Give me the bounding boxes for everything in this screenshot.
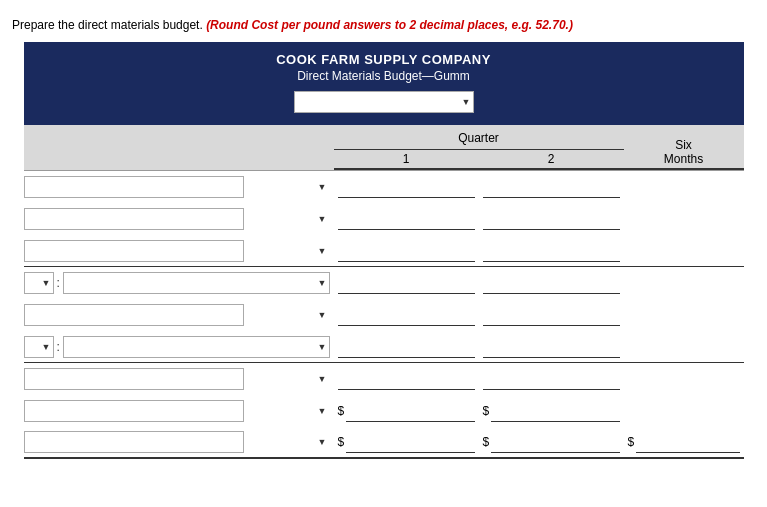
row9-q1-input[interactable] [346,431,474,453]
row8-q1-dollar: $ [338,404,345,418]
row6-select2-wrapper[interactable]: ▼ [63,336,330,358]
row4-select2-wrapper[interactable]: ▼ [63,272,330,294]
row3-select[interactable] [24,240,244,262]
row6-q2-input[interactable] [483,336,620,358]
row9-q1-cell: $ [334,431,479,453]
row3-arrow: ▼ [318,246,327,256]
row7-arrow: ▼ [318,374,327,384]
table-row: ▼ [24,235,744,267]
row2-select[interactable] [24,208,244,230]
row6-select1[interactable] [24,336,54,358]
columns-header: Quarter 1 2 Six Months [24,125,744,171]
row7-q2-cell [479,368,624,390]
table-row: ▼ [24,171,744,203]
row5-select[interactable] [24,304,244,326]
row1-q1-cell [334,176,479,198]
row4-q1-input[interactable] [338,272,475,294]
row8-cells: $ $ [334,400,624,422]
row4-cells [334,272,624,294]
quarter-label: Quarter [458,131,499,145]
row1-arrow: ▼ [318,182,327,192]
table-row: ▼ $ $ $ [24,427,744,459]
row6-q2-cell [479,336,624,358]
instruction-text: Prepare the direct materials budget. (Ro… [0,10,767,42]
row7-q1-input[interactable] [338,368,475,390]
row8-q1-cell: $ [334,400,479,422]
row7-q1-cell [334,368,479,390]
row9-q2-cell: $ [479,431,624,453]
data-rows: ▼ ▼ [24,171,744,459]
col-six-months-header: Six Months [624,125,744,170]
row9-select-wrapper[interactable]: ▼ [24,431,330,453]
row1-cells [334,176,624,198]
row4-select1-wrapper[interactable]: ▼ [24,272,54,294]
table-row: ▼ : ▼ [24,267,744,299]
row5-q2-input[interactable] [483,304,620,326]
row9-select[interactable] [24,431,244,453]
row8-q1-input[interactable] [346,400,474,422]
row5-cells [334,304,624,326]
row9-six-months-input[interactable] [636,431,739,453]
row6-select2[interactable] [63,336,330,358]
row6-select1-wrapper[interactable]: ▼ [24,336,54,358]
row8-select[interactable] [24,400,244,422]
row3-select-wrapper[interactable]: ▼ [24,240,330,262]
table-row: ▼ [24,299,744,331]
row6-q1-input[interactable] [338,336,475,358]
row9-left: ▼ [24,431,334,453]
row8-select-wrapper[interactable]: ▼ [24,400,330,422]
row8-q2-dollar: $ [483,404,490,418]
row7-select[interactable] [24,368,244,390]
row5-q1-cell [334,304,479,326]
row2-arrow: ▼ [318,214,327,224]
col-quarter-group: Quarter 1 2 [334,125,624,170]
row4-q1-cell [334,272,479,294]
row4-q2-input[interactable] [483,272,620,294]
row9-six-months-cell: $ [624,431,744,453]
table-row: ▼ [24,363,744,395]
row2-q2-input[interactable] [483,208,620,230]
row5-arrow: ▼ [318,310,327,320]
row4-left: ▼ : ▼ [24,272,334,294]
row1-q1-input[interactable] [338,176,475,198]
row5-q1-input[interactable] [338,304,475,326]
table-row: ▼ $ $ [24,395,744,427]
row8-arrow: ▼ [318,406,327,416]
row9-q2-input[interactable] [491,431,619,453]
row1-select-wrapper[interactable]: ▼ [24,176,330,198]
row9-q1-dollar: $ [338,435,345,449]
header-box: COOK FARM SUPPLY COMPANY Direct Material… [24,42,744,125]
row9-arrow: ▼ [318,437,327,447]
row1-q2-cell [479,176,624,198]
row4-q2-cell [479,272,624,294]
row2-q1-input[interactable] [338,208,475,230]
row9-cells: $ $ [334,431,624,453]
col-q2-label: 2 [479,149,624,166]
row7-q2-input[interactable] [483,368,620,390]
row5-select-wrapper[interactable]: ▼ [24,304,330,326]
six-months-label-line2: Months [664,152,703,166]
row3-q1-cell [334,240,479,262]
row2-select-wrapper[interactable]: ▼ [24,208,330,230]
row1-left: ▼ [24,176,334,198]
row8-q2-input[interactable] [491,400,619,422]
row3-q2-input[interactable] [483,240,620,262]
row6-colon: : [57,340,60,354]
row1-q2-input[interactable] [483,176,620,198]
row2-left: ▼ [24,208,334,230]
table-row: ▼ : ▼ [24,331,744,363]
row4-select1[interactable] [24,272,54,294]
row4-select2[interactable] [63,272,330,294]
row6-q1-cell [334,336,479,358]
company-name: COOK FARM SUPPLY COMPANY [44,52,724,67]
col-q1-label: 1 [334,149,479,166]
row3-q1-input[interactable] [338,240,475,262]
row1-select[interactable] [24,176,244,198]
row6-left: ▼ : ▼ [24,336,334,358]
col-row-label-spacer [24,125,334,170]
period-select-wrapper[interactable]: ▼ [294,91,474,113]
period-input[interactable] [294,91,474,113]
row2-cells [334,208,624,230]
row7-select-wrapper[interactable]: ▼ [24,368,330,390]
row8-q2-cell: $ [479,400,624,422]
